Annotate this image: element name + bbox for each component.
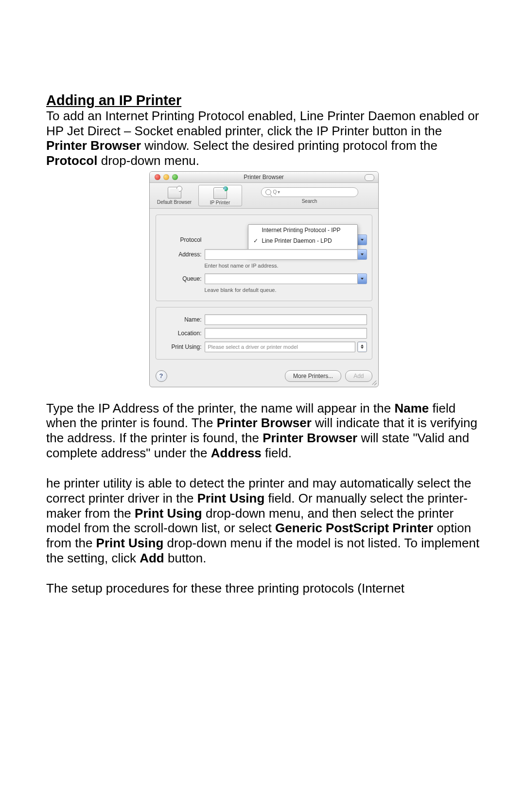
button-row: ? More Printers... Add (150, 364, 378, 387)
text: button. (168, 551, 207, 565)
name-label: Name: (161, 316, 205, 323)
intro-paragraph: To add an Internet Printing Protocol ena… (46, 108, 481, 168)
protocol-option-ipp[interactable]: Internet Printing Protocol - IPP (248, 225, 357, 235)
location-label: Location: (161, 330, 205, 337)
figure-container: Printer Browser Default Browser IP Print… (46, 171, 481, 387)
text: drop-down menu. (101, 153, 199, 168)
search-input[interactable]: Q ▾ (261, 187, 358, 197)
text: field. (265, 446, 292, 460)
bold-text: Print Using (197, 491, 265, 505)
protocol-option-lpd[interactable]: Line Printer Daemon - LPD (248, 235, 357, 246)
window-body: Protocol Internet Printing Protocol - IP… (150, 209, 378, 364)
document-page: Adding an IP Printer To add an Internet … (0, 0, 525, 812)
text: To add an Internet Printing Protocol ena… (46, 108, 479, 138)
protocol-label: Protocol (161, 236, 205, 243)
protocol-dropdown-toggle[interactable] (358, 235, 367, 245)
bold-text: Generic PostScript Printer (275, 521, 433, 535)
address-input[interactable] (205, 249, 358, 260)
paragraph-2: Type the IP Address of the printer, the … (46, 401, 481, 461)
bold-text: Add (140, 551, 164, 565)
address-hint: Enter host name or IP address. (205, 263, 367, 269)
bold-text: Name (394, 401, 429, 415)
toolbar-item-label: Default Browser (153, 199, 196, 205)
bold-text: Print Using (135, 506, 202, 521)
queue-dropdown-toggle[interactable] (358, 273, 367, 284)
search-prefix: Q (273, 189, 277, 195)
printer-icon (168, 187, 181, 198)
address-dropdown-toggle[interactable] (358, 249, 367, 260)
queue-hint: Leave blank for default queue. (205, 287, 367, 293)
print-using-select[interactable]: Please select a driver or printer model (205, 342, 355, 352)
toolbar-toggle-icon[interactable] (365, 174, 374, 181)
section-heading: Adding an IP Printer (46, 92, 481, 108)
search-label: Search (302, 198, 317, 204)
paragraph-3: he printer utility is able to detect the… (46, 476, 481, 565)
location-input[interactable] (205, 328, 367, 339)
bold-text: Printer Browser (262, 431, 357, 445)
printer-browser-window: Printer Browser Default Browser IP Print… (149, 171, 379, 387)
paragraph-4: The setup procedures for these three pri… (46, 581, 481, 596)
connection-group: Protocol Internet Printing Protocol - IP… (156, 215, 372, 301)
text: Type the IP Address of the printer, the … (46, 401, 394, 415)
name-input[interactable] (205, 314, 367, 325)
bold-text: Print Using (96, 536, 164, 550)
address-label: Address: (161, 251, 205, 258)
window-titlebar[interactable]: Printer Browser (150, 172, 378, 183)
bold-text: Address (211, 446, 262, 460)
print-using-label: Print Using: (161, 343, 205, 350)
queue-label: Queue: (161, 275, 205, 282)
search-area: Q ▾ Search (244, 187, 375, 204)
printer-icon (213, 187, 227, 199)
ip-printer-button[interactable]: IP Printer (198, 185, 242, 206)
resize-handle-icon[interactable] (371, 380, 377, 386)
help-button[interactable]: ? (156, 370, 167, 382)
bold-text: Protocol (46, 153, 97, 168)
add-button[interactable]: Add (345, 370, 372, 382)
print-using-dropdown-toggle[interactable] (357, 342, 367, 352)
more-printers-button[interactable]: More Printers... (285, 370, 341, 382)
details-group: Name: Location: Print Using: Please sele… (156, 307, 372, 360)
bold-text: Printer Browser (217, 415, 312, 430)
queue-input[interactable] (205, 273, 358, 284)
default-browser-button[interactable]: Default Browser (153, 186, 196, 205)
bold-text: Printer Browser (46, 138, 141, 153)
search-icon (265, 189, 271, 195)
text: window. Select the desired printing prot… (144, 138, 438, 153)
window-toolbar: Default Browser IP Printer Q ▾ Search (150, 183, 378, 209)
window-title: Printer Browser (150, 174, 378, 180)
toolbar-item-label: IP Printer (199, 200, 242, 205)
